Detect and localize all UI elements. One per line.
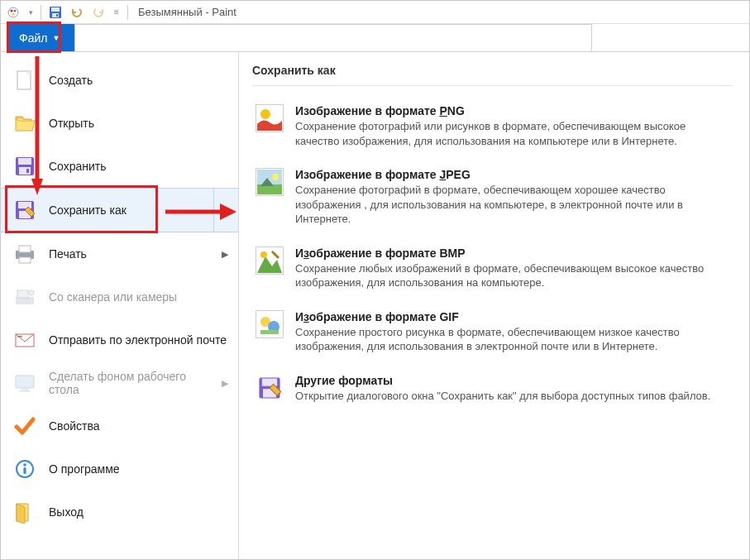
format-option-jpeg[interactable]: Изображение в формате JPEG Сохранение фо… (252, 160, 733, 238)
ribbon-area (74, 24, 592, 51)
svg-point-3 (12, 12, 15, 15)
exit-icon (12, 500, 37, 524)
svg-rect-47 (260, 330, 279, 334)
format-option-png[interactable]: Изображение в формате PNG Сохранение фот… (252, 96, 733, 160)
app-icon[interactable] (4, 3, 22, 22)
svg-point-37 (260, 109, 270, 119)
window-title: Безымянный - Paint (138, 6, 236, 18)
checkmark-icon (12, 414, 37, 438)
menu-item-open[interactable]: Открыть (1, 102, 238, 145)
svg-rect-31 (19, 390, 31, 392)
svg-rect-19 (18, 202, 31, 208)
svg-point-2 (14, 9, 17, 12)
qat-save-button[interactable] (46, 3, 64, 22)
tab-file[interactable]: Файл ▼ (9, 24, 74, 51)
separator (41, 5, 41, 20)
chevron-right-icon: ▶ (222, 249, 228, 260)
printer-icon (12, 242, 37, 266)
floppy-icon (12, 154, 37, 179)
menu-item-label: Свойства (49, 419, 228, 433)
menu-item-save[interactable]: Сохранить (1, 145, 238, 188)
menu-item-about[interactable]: О программе (1, 448, 238, 491)
folder-open-icon (12, 111, 37, 136)
format-option-gif[interactable]: Изображение в формате GIF Сохранение про… (252, 302, 733, 366)
svg-point-34 (23, 463, 26, 467)
format-description: Сохранение фотографий или рисунков в фор… (295, 119, 729, 148)
menu-item-save-as[interactable]: Сохранить как ▶ (1, 188, 238, 232)
separator (127, 5, 128, 20)
svg-rect-5 (51, 7, 60, 12)
chevron-right-icon: ▶ (222, 378, 228, 389)
save-as-panel: Сохранить как Изображение в формате PNG … (239, 52, 749, 559)
menu-item-properties[interactable]: Свойства (1, 404, 238, 448)
menu-item-print[interactable]: Печать ▶ (1, 232, 238, 275)
menu-item-label: Отправить по электронной почте (49, 333, 228, 347)
format-title: Другие форматы (295, 374, 729, 387)
menu-item-label: Сохранить (49, 160, 228, 173)
format-title: Изображение в формате BMP (295, 246, 729, 260)
envelope-icon (12, 328, 37, 352)
qat-customize-button[interactable]: ≡ (111, 3, 122, 22)
chevron-down-icon: ▼ (52, 34, 60, 42)
svg-point-40 (272, 174, 279, 180)
menu-item-label: Со сканера или камеры (49, 290, 228, 304)
menu-item-exit[interactable]: Выход (1, 491, 238, 534)
menu-item-wallpaper: Сделать фоном рабочего стола ▶ (1, 361, 238, 404)
tab-file-label: Файл (19, 31, 47, 45)
svg-rect-22 (19, 246, 31, 252)
menu-item-new[interactable]: Создать (1, 59, 238, 102)
floppy-pencil-icon (256, 374, 284, 402)
svg-rect-7 (56, 14, 58, 17)
svg-rect-15 (18, 158, 31, 165)
format-description: Сохранение фотографий в формате, обеспеч… (295, 183, 729, 227)
file-menu: Создать Открыть Сохранить Сохранить как (1, 52, 239, 559)
menu-item-send-email[interactable]: Отправить по электронной почте (1, 318, 238, 361)
format-description: Сохранение простого рисунка в формате, о… (295, 325, 729, 354)
svg-rect-29 (16, 376, 34, 388)
svg-rect-28 (17, 336, 22, 337)
info-icon (12, 457, 37, 481)
format-title: Изображение в формате GIF (295, 310, 729, 323)
svg-rect-17 (26, 169, 29, 173)
title-bar: ▾ ≡ Безымянный - Paint (1, 1, 749, 24)
save-as-submenu-chevron[interactable]: ▶ (213, 189, 238, 232)
format-thumb-icon (256, 168, 284, 196)
svg-point-43 (260, 251, 267, 258)
menu-item-label: Печать (49, 247, 210, 261)
menu-item-label: Сделать фоном рабочего стола (49, 370, 210, 396)
format-title: Изображение в формате PNG (295, 104, 729, 117)
svg-rect-25 (17, 290, 28, 298)
svg-rect-30 (21, 388, 28, 390)
format-thumb-icon (256, 310, 284, 338)
desktop-icon (12, 371, 37, 395)
svg-point-0 (8, 7, 18, 17)
menu-item-label: Открыть (49, 117, 228, 130)
qat-undo-button[interactable] (68, 3, 86, 22)
ribbon-tabs: Файл ▼ (1, 24, 749, 52)
format-option-other[interactable]: Другие форматы Открытие диалогового окна… (252, 366, 733, 415)
format-option-bmp[interactable]: Изображение в формате BMP Сохранение люб… (252, 238, 733, 302)
svg-rect-23 (19, 257, 31, 263)
qat-dropdown[interactable]: ▾ (26, 3, 36, 22)
menu-item-scanner: Со сканера или камеры (1, 275, 238, 318)
svg-point-1 (11, 9, 13, 12)
format-thumb-icon (256, 104, 284, 132)
qat-redo-button[interactable] (89, 3, 107, 22)
format-title: Изображение в формате JPEG (295, 168, 729, 181)
format-description: Открытие диалогового окна "Сохранить как… (295, 389, 729, 404)
svg-rect-35 (23, 467, 26, 474)
format-thumb-icon (256, 246, 284, 275)
svg-point-26 (29, 290, 34, 295)
menu-item-label: Сохранить как (49, 203, 213, 217)
panel-header: Сохранить как (252, 64, 733, 86)
floppy-pencil-icon (12, 198, 37, 223)
svg-rect-49 (262, 378, 277, 385)
backstage-panel: Создать Открыть Сохранить Сохранить как (1, 52, 749, 559)
menu-item-label: Выход (49, 505, 228, 519)
menu-item-label: О программе (49, 462, 228, 476)
new-sheet-icon (12, 68, 37, 93)
scanner-icon (12, 285, 37, 309)
menu-item-label: Создать (49, 74, 228, 87)
format-description: Сохранение любых изображений в формате, … (295, 261, 729, 290)
